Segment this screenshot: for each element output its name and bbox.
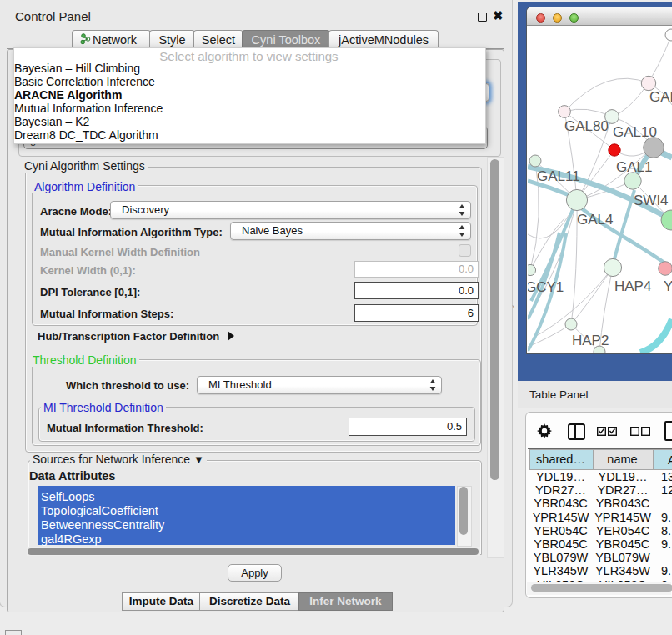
svg-text:GAL11: GAL11 (537, 168, 580, 184)
svg-text:Y: Y (664, 278, 672, 294)
svg-text:HAP4: HAP4 (614, 278, 651, 294)
svg-text:SWI4: SWI4 (634, 192, 669, 208)
svg-text:GAL80: GAL80 (564, 118, 609, 134)
svg-text:GAL7: GAL7 (649, 89, 672, 105)
svg-text:GAL1: GAL1 (616, 159, 652, 175)
svg-text:GAL4: GAL4 (577, 212, 613, 228)
svg-text:GCY1: GCY1 (528, 279, 564, 295)
svg-text:GAL10: GAL10 (613, 124, 657, 140)
svg-text:HAP2: HAP2 (572, 332, 609, 348)
